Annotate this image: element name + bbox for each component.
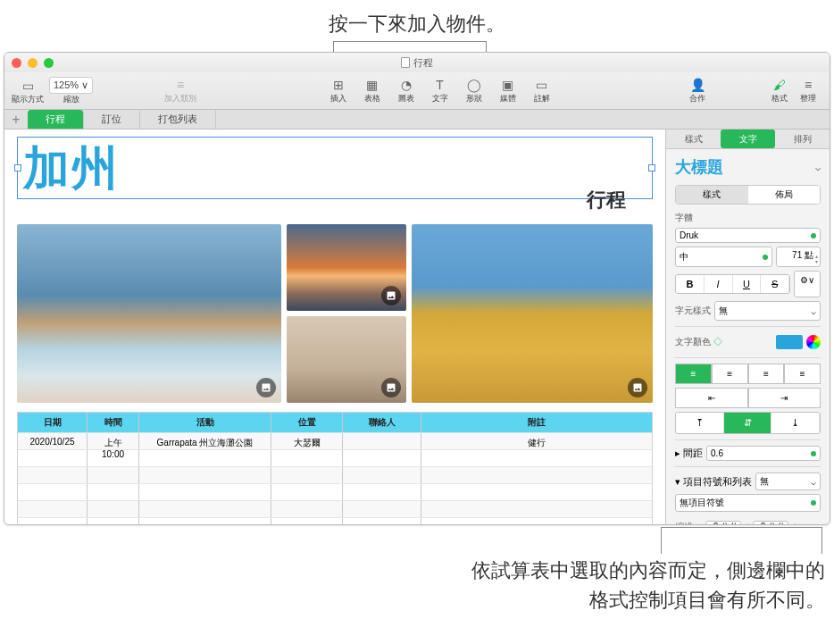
organize-icon: ≡	[797, 77, 819, 93]
shape-button[interactable]: ◯形狀	[460, 77, 488, 105]
text-indent-input[interactable]	[753, 521, 788, 526]
image-flowers[interactable]	[412, 224, 653, 403]
add-sheet-button[interactable]: +	[4, 110, 28, 129]
table-row[interactable]: 2020/10/25 上午10:00 Garrapata 州立海灘公園 大瑟爾 …	[18, 432, 652, 449]
view-button[interactable]: ▭ 顯示方式	[12, 78, 44, 105]
header-location[interactable]: 位置	[271, 413, 343, 432]
chart-button[interactable]: ◔圖表	[392, 77, 421, 105]
underline-button[interactable]: U	[733, 275, 762, 293]
table-row[interactable]	[18, 483, 652, 500]
callout-line	[821, 527, 822, 554]
color-picker-button[interactable]	[806, 335, 821, 349]
tab-style[interactable]: 樣式	[666, 130, 721, 148]
align-justify-button[interactable]: ≡	[784, 364, 821, 384]
sidebar-tabs: 樣式 文字 排列	[666, 130, 830, 149]
font-family-dropdown[interactable]: Druk	[675, 228, 821, 243]
outdent-button[interactable]: ⇤	[675, 388, 748, 408]
callout-bottom: 依試算表中選取的內容而定，側邊欄中的 格式控制項目會有所不同。	[250, 556, 825, 615]
organize-button[interactable]: ≡整理	[794, 77, 822, 105]
table-row[interactable]	[18, 449, 652, 466]
spacing-input[interactable]: 0.6	[706, 446, 821, 461]
bullets-disclosure[interactable]: ▾ 項目符號和列表	[675, 475, 752, 489]
text-icon: T	[430, 77, 451, 93]
collaborate-icon: 👤	[687, 77, 708, 93]
titlebar: 行程	[4, 53, 830, 72]
image-icon	[256, 378, 276, 397]
callout-top: 按一下來加入物件。	[0, 0, 834, 41]
align-left-button[interactable]: ≡	[675, 364, 712, 384]
align-center-button[interactable]: ≡	[712, 364, 748, 384]
indent-group: ⇤ ⇥	[675, 388, 821, 408]
comment-icon: ▭	[531, 77, 553, 93]
table-row[interactable]	[18, 500, 652, 517]
advanced-options-button[interactable]: ⚙∨	[794, 271, 821, 297]
tab-text[interactable]: 文字	[721, 130, 775, 148]
cell-time[interactable]: 上午10:00	[88, 433, 139, 449]
image-coast[interactable]	[17, 224, 281, 403]
comment-button[interactable]: ▭註解	[528, 77, 556, 105]
image-seals[interactable]	[287, 316, 406, 403]
indent-button[interactable]: ⇥	[748, 388, 821, 408]
cell-note[interactable]: 健行	[421, 433, 652, 449]
font-label: 字體	[675, 212, 821, 224]
format-button[interactable]: 🖌格式	[765, 77, 794, 105]
font-weight-dropdown[interactable]: 中	[675, 247, 772, 267]
valign-top-button[interactable]: ⤒	[676, 413, 724, 433]
text-button[interactable]: T文字	[426, 77, 455, 105]
itinerary-table[interactable]: 日期 時間 活動 位置 聯絡人 附註 2020/10/25 上午10:00 Ga…	[17, 412, 653, 524]
add-category-button[interactable]: ≡ 加入類別	[164, 77, 196, 105]
bold-button[interactable]: B	[676, 275, 705, 293]
cell-location[interactable]: 大瑟爾	[271, 433, 343, 449]
header-note[interactable]: 附註	[421, 413, 652, 432]
tab-arrange[interactable]: 排列	[775, 130, 830, 148]
media-button[interactable]: ▣媒體	[494, 77, 522, 105]
valign-bottom-button[interactable]: ⤓	[771, 413, 820, 433]
cell-date[interactable]: 2020/10/25	[18, 433, 88, 449]
shape-icon: ◯	[463, 77, 485, 93]
sheet-tab-reservations[interactable]: 訂位	[84, 110, 140, 129]
table-button[interactable]: ▦表格	[358, 77, 387, 105]
format-icon: 🖌	[769, 77, 790, 93]
callout-line	[661, 527, 821, 528]
bullet-indent-input[interactable]	[705, 521, 741, 526]
document-subtitle[interactable]: 行程	[587, 187, 626, 213]
image-lighthouse[interactable]	[287, 224, 406, 311]
text-color-label: 文字顏色 ◇	[675, 336, 722, 348]
table-row[interactable]	[18, 517, 652, 524]
title-text-box[interactable]: 加州	[17, 137, 653, 199]
spacing-disclosure[interactable]: ▸ 間距	[675, 447, 703, 460]
style-layout-segment: 樣式 佈局	[675, 185, 821, 205]
table-row[interactable]	[18, 466, 652, 483]
italic-button[interactable]: I	[705, 275, 733, 293]
header-time[interactable]: 時間	[88, 413, 139, 432]
callout-line	[661, 527, 662, 554]
horizontal-align-group: ≡ ≡ ≡ ≡	[675, 364, 821, 384]
header-activity[interactable]: 活動	[139, 413, 271, 432]
align-right-button[interactable]: ≡	[748, 364, 785, 384]
header-contact[interactable]: 聯絡人	[343, 413, 421, 432]
sheet-tab-packing[interactable]: 打包列表	[140, 110, 216, 129]
image-icon	[628, 378, 647, 397]
paragraph-style-dropdown[interactable]: 大標題 ⌵	[675, 156, 821, 178]
valign-middle-button[interactable]: ⇵	[724, 413, 772, 433]
image-gallery	[17, 224, 653, 403]
chart-icon: ◔	[396, 77, 417, 93]
char-style-dropdown[interactable]: 無⌵	[714, 301, 821, 321]
category-icon: ≡	[170, 77, 191, 93]
zoom-dropdown[interactable]: 125% ∨ 縮放	[49, 77, 93, 105]
cell-contact[interactable]	[343, 433, 421, 449]
seg-layout[interactable]: 佈局	[748, 186, 821, 204]
font-size-input[interactable]: 71 點▴▾	[776, 247, 821, 267]
bullet-style-dropdown[interactable]: 無項目符號	[675, 494, 821, 512]
sheet-tab-itinerary[interactable]: 行程	[28, 110, 84, 129]
bullets-dropdown[interactable]: 無⌵	[755, 473, 821, 490]
text-color-swatch[interactable]	[776, 335, 803, 349]
seg-style[interactable]: 樣式	[676, 186, 748, 204]
insert-button[interactable]: ⊞插入	[324, 77, 353, 105]
cell-activity[interactable]: Garrapata 州立海灘公園	[139, 433, 271, 449]
strike-button[interactable]: S	[761, 275, 789, 293]
toolbar: ▭ 顯示方式 125% ∨ 縮放 ≡ 加入類別 ⊞插入 ▦表格 ◔圖表 T文字 …	[4, 72, 830, 110]
document-title[interactable]: 加州	[18, 138, 652, 200]
collaborate-button[interactable]: 👤合作	[683, 77, 712, 105]
header-date[interactable]: 日期	[18, 413, 88, 432]
